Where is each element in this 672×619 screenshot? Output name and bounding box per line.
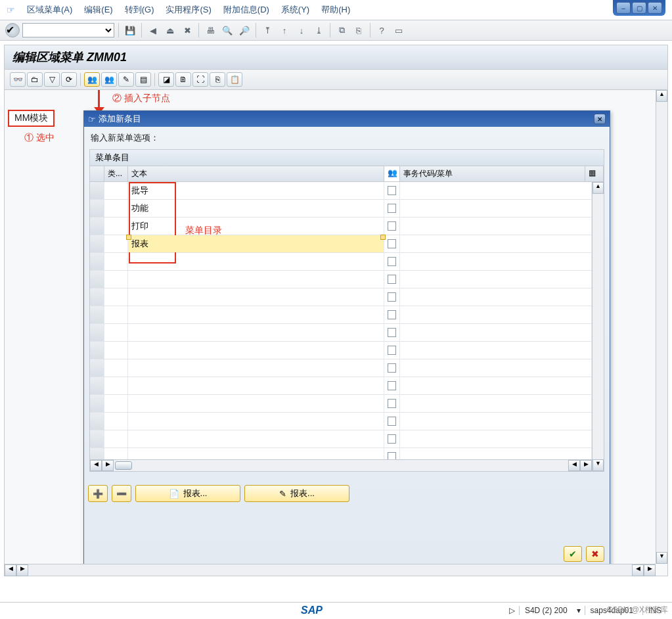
col-config-icon[interactable]: ▦ (585, 166, 604, 181)
enter-icon[interactable]: ✔ (5, 23, 20, 37)
find-icon[interactable]: 🔍 (220, 23, 235, 37)
refresh-icon[interactable]: ⟳ (61, 72, 77, 87)
collapse-icon[interactable]: ▽ (44, 72, 60, 87)
cell-text[interactable]: 批导 (128, 182, 384, 199)
scroll-end-left-icon[interactable]: ◀ (632, 564, 644, 576)
hierarchy-icon[interactable]: ⛶ (192, 72, 208, 87)
cancel-button[interactable]: ✖ (586, 546, 604, 562)
paste-icon[interactable]: 📋 (227, 72, 242, 87)
scroll-right-icon[interactable]: ▶ (16, 564, 28, 576)
table-row[interactable] (90, 288, 592, 306)
row-selector[interactable] (90, 200, 104, 217)
table-row[interactable] (90, 342, 592, 359)
row-selector[interactable] (90, 218, 104, 235)
scroll-end-right-icon[interactable]: ▶ (644, 564, 656, 576)
last-page-icon[interactable]: ⤓ (311, 23, 326, 37)
table-row[interactable] (90, 395, 592, 413)
col-tcode[interactable]: 事务代码/菜单 (400, 166, 585, 181)
scroll-down-icon[interactable]: ▼ (656, 552, 667, 564)
menu-area[interactable]: 区域菜单(A) (27, 4, 72, 16)
help-icon[interactable]: ? (374, 23, 389, 37)
row-selector[interactable] (90, 182, 104, 199)
back-icon[interactable]: ◀ (146, 23, 160, 37)
scroll-right2-icon[interactable]: ▶ (580, 460, 592, 471)
table-row[interactable] (90, 377, 592, 395)
col-hierarchy-icon[interactable]: 👥 (384, 166, 400, 181)
prev-page-icon[interactable]: ↑ (277, 23, 292, 37)
shortcut-icon[interactable]: ⎘ (351, 23, 366, 37)
dialog-close-button[interactable]: ✕ (594, 114, 606, 124)
cell-type[interactable] (104, 182, 128, 199)
window-maximize[interactable]: ▢ (632, 2, 646, 14)
window-close[interactable]: ✕ (648, 2, 662, 14)
table-row[interactable] (90, 271, 592, 288)
table-row[interactable] (90, 413, 592, 430)
table-hscroll[interactable]: ◀ ▶ ◀ ▶ (90, 459, 592, 471)
add-row-button[interactable]: ➕ (88, 485, 108, 502)
cell-code[interactable] (400, 235, 592, 252)
edit-icon[interactable]: ✎ (118, 72, 134, 87)
col-type[interactable]: 类... (104, 166, 128, 181)
scroll-up-icon[interactable]: ▲ (593, 182, 604, 194)
table-row[interactable]: 报表 (90, 235, 592, 253)
window-minimize[interactable]: – (616, 2, 631, 14)
save-icon[interactable]: 💾 (123, 23, 137, 37)
cell-code[interactable] (400, 218, 592, 235)
cell-checkbox[interactable] (384, 182, 400, 199)
menu-extras[interactable]: 附加信息(D) (223, 4, 269, 16)
exit-icon[interactable]: ⏏ (163, 23, 177, 37)
scroll-left-icon[interactable]: ◀ (90, 460, 102, 471)
main-hscroll[interactable]: ◀ ▶ ▶ ◀ (5, 564, 656, 576)
col-text[interactable]: 文本 (128, 166, 384, 181)
cell-type[interactable] (104, 235, 128, 252)
menu-help[interactable]: 帮助(H) (321, 4, 350, 16)
find-next-icon[interactable]: 🔎 (237, 23, 252, 37)
table-row[interactable]: 功能 (90, 200, 592, 218)
scroll-thumb[interactable] (115, 461, 132, 470)
cancel-icon[interactable]: ✖ (180, 23, 194, 37)
table-row[interactable] (90, 359, 592, 377)
cell-text[interactable]: 功能 (128, 200, 384, 217)
delete-icon[interactable]: ▤ (135, 72, 151, 87)
first-page-icon[interactable]: ⤒ (260, 23, 275, 37)
scroll-down-icon[interactable]: ▼ (593, 459, 604, 471)
cell-checkbox[interactable] (384, 218, 400, 235)
scroll-left-icon[interactable]: ◀ (5, 564, 16, 576)
table-row[interactable]: 打印 (90, 218, 592, 235)
cell-checkbox[interactable] (384, 200, 400, 217)
dialog-titlebar[interactable]: ☞ 添加新条目 ✕ (84, 111, 610, 127)
cell-text[interactable]: 报表 (128, 235, 384, 252)
table-row[interactable] (90, 430, 592, 448)
table-row[interactable] (90, 324, 592, 342)
insert-subnode-icon[interactable]: 👥 (84, 72, 100, 87)
menu-icon[interactable]: ☞ (7, 5, 15, 15)
doc-icon[interactable]: 🗎 (175, 72, 191, 87)
add-report-button[interactable]: 📄报表... (135, 485, 240, 502)
table-row[interactable] (90, 306, 592, 324)
table-vscroll[interactable]: ▲ ▼ (592, 182, 604, 471)
cell-type[interactable] (104, 200, 128, 217)
status-system[interactable]: S4D (2) 200 (519, 606, 573, 615)
menu-system[interactable]: 系统(Y) (281, 4, 309, 16)
menu-utilities[interactable]: 实用程序(S) (166, 4, 211, 16)
insert-node-icon[interactable]: 👥 (101, 72, 117, 87)
edit-report-button[interactable]: ✎报表... (244, 485, 349, 502)
cell-checkbox[interactable] (384, 235, 400, 252)
cell-text[interactable]: 打印 (128, 218, 384, 235)
scroll-up-icon[interactable]: ▲ (656, 90, 667, 102)
table-row[interactable]: 批导 (90, 182, 592, 200)
glasses-icon[interactable]: 👓 (10, 72, 26, 87)
cell-code[interactable] (400, 200, 592, 217)
next-page-icon[interactable]: ↓ (294, 23, 309, 37)
menu-edit[interactable]: 编辑(E) (84, 4, 112, 16)
expand-icon[interactable]: 🗀 (27, 72, 43, 87)
new-session-icon[interactable]: ⧉ (334, 23, 349, 37)
command-field[interactable] (22, 23, 114, 37)
print-icon[interactable]: 🖶 (203, 23, 217, 37)
main-vscroll[interactable]: ▲ ▼ (656, 90, 667, 564)
col-selector[interactable] (90, 166, 104, 181)
row-selector[interactable] (90, 235, 104, 252)
tree-root-node[interactable]: MM模块 (8, 110, 55, 127)
copy-icon[interactable]: ⎘ (210, 72, 225, 87)
scroll-right-icon[interactable]: ▶ (102, 460, 114, 471)
